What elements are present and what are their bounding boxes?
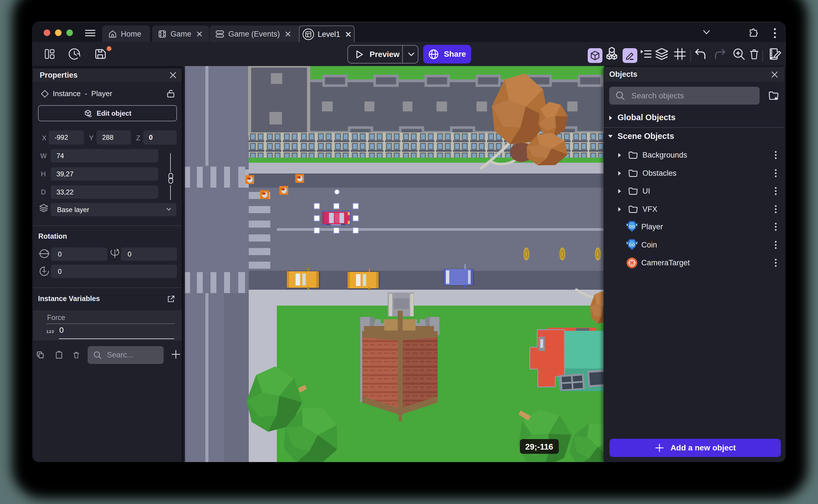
svg-text:29;-116: 29;-116 <box>525 442 553 451</box>
svg-text:3D: 3D <box>88 115 92 117</box>
